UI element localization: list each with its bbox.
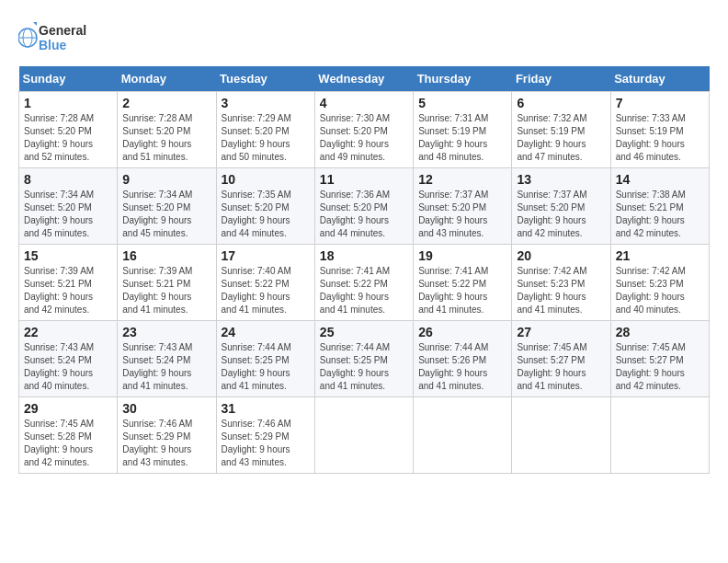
- day-number: 3: [222, 96, 310, 110]
- day-info: Sunrise: 7:33 AMSunset: 5:19 PMDaylight:…: [616, 113, 686, 162]
- calendar-cell: 24Sunrise: 7:44 AMSunset: 5:25 PMDayligh…: [216, 321, 314, 397]
- day-header-monday: Monday: [118, 66, 216, 92]
- day-header-wednesday: Wednesday: [314, 66, 413, 92]
- svg-text:General: General: [39, 23, 86, 38]
- day-number: 6: [517, 96, 605, 110]
- calendar-week-row: 22Sunrise: 7:43 AMSunset: 5:24 PMDayligh…: [19, 321, 710, 397]
- day-info: Sunrise: 7:43 AMSunset: 5:24 PMDaylight:…: [122, 342, 192, 391]
- calendar-table: SundayMondayTuesdayWednesdayThursdayFrid…: [18, 66, 710, 474]
- day-number: 17: [222, 248, 310, 263]
- calendar-cell: 13Sunrise: 7:37 AMSunset: 5:20 PMDayligh…: [512, 168, 610, 245]
- day-number: 14: [616, 172, 704, 187]
- calendar-cell: 17Sunrise: 7:40 AMSunset: 5:22 PMDayligh…: [216, 245, 314, 321]
- day-header-tuesday: Tuesday: [216, 66, 314, 92]
- calendar-cell: 15Sunrise: 7:39 AMSunset: 5:21 PMDayligh…: [19, 245, 118, 321]
- day-number: 12: [418, 172, 506, 187]
- day-info: Sunrise: 7:40 AMSunset: 5:22 PMDaylight:…: [222, 266, 291, 315]
- day-number: 29: [24, 401, 112, 416]
- day-header-sunday: Sunday: [19, 66, 118, 92]
- day-info: Sunrise: 7:45 AMSunset: 5:27 PMDaylight:…: [517, 342, 586, 391]
- logo-svg: General Blue: [18, 18, 92, 57]
- day-info: Sunrise: 7:43 AMSunset: 5:24 PMDaylight:…: [24, 342, 94, 391]
- page-header: General Blue: [18, 18, 710, 57]
- day-number: 10: [222, 172, 310, 187]
- day-number: 5: [418, 96, 506, 110]
- day-number: 4: [320, 96, 408, 110]
- calendar-cell: 20Sunrise: 7:42 AMSunset: 5:23 PMDayligh…: [512, 245, 610, 321]
- day-info: Sunrise: 7:44 AMSunset: 5:26 PMDaylight:…: [418, 342, 488, 391]
- calendar-cell: 4Sunrise: 7:30 AMSunset: 5:20 PMDaylight…: [314, 92, 413, 168]
- calendar-cell: 21Sunrise: 7:42 AMSunset: 5:23 PMDayligh…: [610, 245, 709, 321]
- day-info: Sunrise: 7:46 AMSunset: 5:29 PMDaylight:…: [122, 419, 192, 467]
- day-number: 26: [418, 325, 506, 339]
- day-number: 15: [24, 248, 112, 263]
- day-info: Sunrise: 7:42 AMSunset: 5:23 PMDaylight:…: [517, 266, 586, 315]
- day-info: Sunrise: 7:44 AMSunset: 5:25 PMDaylight:…: [222, 342, 291, 391]
- calendar-cell: 9Sunrise: 7:34 AMSunset: 5:20 PMDaylight…: [118, 168, 216, 245]
- calendar-body: 1Sunrise: 7:28 AMSunset: 5:20 PMDaylight…: [19, 92, 710, 474]
- day-info: Sunrise: 7:36 AMSunset: 5:20 PMDaylight:…: [320, 190, 390, 238]
- calendar-cell: 1Sunrise: 7:28 AMSunset: 5:20 PMDaylight…: [19, 92, 118, 168]
- day-number: 7: [616, 96, 704, 110]
- day-number: 27: [517, 325, 605, 339]
- day-number: 16: [122, 248, 210, 263]
- svg-text:Blue: Blue: [39, 38, 67, 52]
- calendar-cell: 26Sunrise: 7:44 AMSunset: 5:26 PMDayligh…: [414, 321, 512, 397]
- logo: General Blue: [18, 18, 92, 57]
- calendar-cell: 30Sunrise: 7:46 AMSunset: 5:29 PMDayligh…: [118, 397, 216, 474]
- day-header-friday: Friday: [512, 66, 610, 92]
- calendar-cell: 16Sunrise: 7:39 AMSunset: 5:21 PMDayligh…: [118, 245, 216, 321]
- day-info: Sunrise: 7:44 AMSunset: 5:25 PMDaylight:…: [320, 342, 390, 391]
- calendar-cell: 6Sunrise: 7:32 AMSunset: 5:19 PMDaylight…: [512, 92, 610, 168]
- calendar-cell: 7Sunrise: 7:33 AMSunset: 5:19 PMDaylight…: [610, 92, 709, 168]
- day-number: 22: [24, 325, 112, 339]
- calendar-cell: 11Sunrise: 7:36 AMSunset: 5:20 PMDayligh…: [314, 168, 413, 245]
- day-info: Sunrise: 7:31 AMSunset: 5:19 PMDaylight:…: [418, 113, 488, 162]
- calendar-cell: 14Sunrise: 7:38 AMSunset: 5:21 PMDayligh…: [610, 168, 709, 245]
- calendar-cell: [314, 397, 413, 474]
- day-number: 13: [517, 172, 605, 187]
- day-header-thursday: Thursday: [414, 66, 512, 92]
- calendar-cell: 28Sunrise: 7:45 AMSunset: 5:27 PMDayligh…: [610, 321, 709, 397]
- day-info: Sunrise: 7:34 AMSunset: 5:20 PMDaylight:…: [24, 190, 94, 238]
- calendar-cell: [414, 397, 512, 474]
- calendar-cell: 25Sunrise: 7:44 AMSunset: 5:25 PMDayligh…: [314, 321, 413, 397]
- calendar-cell: 10Sunrise: 7:35 AMSunset: 5:20 PMDayligh…: [216, 168, 314, 245]
- calendar-cell: 23Sunrise: 7:43 AMSunset: 5:24 PMDayligh…: [118, 321, 216, 397]
- day-number: 8: [24, 172, 112, 187]
- calendar-week-row: 1Sunrise: 7:28 AMSunset: 5:20 PMDaylight…: [19, 92, 710, 168]
- day-number: 21: [616, 248, 704, 263]
- day-info: Sunrise: 7:38 AMSunset: 5:21 PMDaylight:…: [616, 190, 686, 238]
- calendar-cell: 12Sunrise: 7:37 AMSunset: 5:20 PMDayligh…: [414, 168, 512, 245]
- calendar-cell: 3Sunrise: 7:29 AMSunset: 5:20 PMDaylight…: [216, 92, 314, 168]
- day-number: 23: [122, 325, 210, 339]
- day-header-saturday: Saturday: [610, 66, 709, 92]
- svg-marker-6: [33, 22, 37, 26]
- day-number: 30: [122, 401, 210, 416]
- calendar-cell: 8Sunrise: 7:34 AMSunset: 5:20 PMDaylight…: [19, 168, 118, 245]
- day-info: Sunrise: 7:46 AMSunset: 5:29 PMDaylight:…: [222, 419, 291, 467]
- day-info: Sunrise: 7:39 AMSunset: 5:21 PMDaylight:…: [24, 266, 94, 315]
- day-info: Sunrise: 7:45 AMSunset: 5:27 PMDaylight:…: [616, 342, 686, 391]
- calendar-cell: [512, 397, 610, 474]
- day-info: Sunrise: 7:37 AMSunset: 5:20 PMDaylight:…: [418, 190, 488, 238]
- day-info: Sunrise: 7:34 AMSunset: 5:20 PMDaylight:…: [122, 190, 192, 238]
- day-number: 24: [222, 325, 310, 339]
- day-info: Sunrise: 7:28 AMSunset: 5:20 PMDaylight:…: [24, 113, 94, 162]
- day-number: 31: [222, 401, 310, 416]
- calendar-week-row: 8Sunrise: 7:34 AMSunset: 5:20 PMDaylight…: [19, 168, 710, 245]
- calendar-cell: 22Sunrise: 7:43 AMSunset: 5:24 PMDayligh…: [19, 321, 118, 397]
- day-info: Sunrise: 7:39 AMSunset: 5:21 PMDaylight:…: [122, 266, 192, 315]
- day-number: 1: [24, 96, 112, 110]
- day-info: Sunrise: 7:42 AMSunset: 5:23 PMDaylight:…: [616, 266, 686, 315]
- calendar-cell: 27Sunrise: 7:45 AMSunset: 5:27 PMDayligh…: [512, 321, 610, 397]
- calendar-cell: 18Sunrise: 7:41 AMSunset: 5:22 PMDayligh…: [314, 245, 413, 321]
- day-info: Sunrise: 7:30 AMSunset: 5:20 PMDaylight:…: [320, 113, 390, 162]
- day-number: 9: [122, 172, 210, 187]
- day-number: 11: [320, 172, 408, 187]
- day-number: 2: [122, 96, 210, 110]
- day-info: Sunrise: 7:45 AMSunset: 5:28 PMDaylight:…: [24, 419, 94, 467]
- day-info: Sunrise: 7:41 AMSunset: 5:22 PMDaylight:…: [418, 266, 488, 315]
- calendar-week-row: 29Sunrise: 7:45 AMSunset: 5:28 PMDayligh…: [19, 397, 710, 474]
- day-info: Sunrise: 7:28 AMSunset: 5:20 PMDaylight:…: [122, 113, 192, 162]
